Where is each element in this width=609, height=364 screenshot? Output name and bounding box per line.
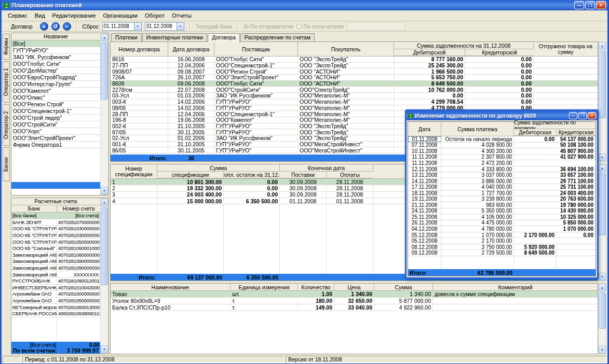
- table-row[interactable]: 19.11.20083 239 800.0020 763 600.00: [408, 196, 596, 202]
- table-row[interactable]: ООО"Глобус Сити": [11, 61, 100, 67]
- chevron-down-icon[interactable]: ▼: [177, 23, 184, 30]
- col-header-comment[interactable]: Комментарий: [433, 284, 598, 291]
- table-row[interactable]: Уголок 90х90х8L=9т.180.0032 650.005 877 …: [111, 298, 598, 304]
- radio-icon[interactable]: [243, 24, 249, 29]
- table-row[interactable]: ООО"ЕвроСтройПодряд": [11, 74, 100, 81]
- table-row[interactable]: РУССТРОЙБАНК40702810900120012891: [11, 278, 100, 285]
- tab-operator-1[interactable]: Оператор 1: [3, 61, 10, 103]
- table-row[interactable]: ООО"СтройСити": [11, 121, 100, 128]
- menu-oborot[interactable]: Оборот: [142, 11, 168, 20]
- radio-receiver[interactable]: По получателю: [296, 23, 344, 30]
- close-icon[interactable]: ✕: [596, 1, 606, 9]
- scroll-thumb[interactable]: [599, 51, 606, 118]
- table-row[interactable]: ООО"ЭлитСтройПроект": [11, 135, 100, 142]
- remove-button[interactable]: −: [63, 22, 71, 31]
- col-header-shipped[interactable]: Отгружено товара на сумму: [534, 42, 598, 57]
- table-row[interactable]: ООО КБ "СТРУКТУРА"40702810300000001209: [11, 232, 100, 239]
- table-row[interactable]: СБЕРБАНК РОССИИ ОА40602810938090115501: [11, 311, 100, 317]
- table-row[interactable]: 09.12.20082 729 500.008 649 500.00: [408, 250, 596, 256]
- date-from-combobox[interactable]: 01.11.2008 ▼: [102, 22, 142, 31]
- menu-otchety[interactable]: Отчеты: [169, 11, 195, 20]
- tab-platezhi[interactable]: Платежи: [111, 33, 142, 41]
- minimize-icon[interactable]: —: [574, 1, 584, 9]
- table-row[interactable]: ГУП"УРиРУО": [11, 47, 100, 54]
- tab-raspredelenie[interactable]: Распределение по счетам: [240, 33, 315, 41]
- add-button[interactable]: +: [40, 22, 48, 31]
- table-row[interactable]: 26.11.20084 475 000.005 850 000.00: [408, 220, 596, 227]
- table-row[interactable]: ООО"Интерстар-Групп": [11, 81, 100, 88]
- reset-button[interactable]: Сброс: [83, 23, 99, 30]
- col-header-spec-sum[interactable]: спецификации: [157, 172, 224, 178]
- tab-operator-2[interactable]: Оператор 2: [3, 104, 10, 146]
- tab-firmy[interactable]: Фирмы: [3, 34, 10, 60]
- col-header-unit[interactable]: Единица измерения: [231, 284, 298, 291]
- table-row[interactable]: Агрохимбанк ОАО40702810000000003977: [11, 291, 100, 298]
- table-row[interactable]: Замоскворецкий АКБ40702810800000004780: [11, 252, 100, 259]
- table-row[interactable]: 0908/0709.08.2007ООО"Регион Строй"ООО "А…: [111, 68, 598, 75]
- scroll-thumb[interactable]: [599, 173, 606, 235]
- specs-scrollbar[interactable]: ▲ ▼: [598, 164, 606, 281]
- empty-selection-row[interactable]: [11, 182, 100, 189]
- table-row[interactable]: 01.11.2008Остаток на начало периода0.005…: [408, 136, 596, 143]
- table-row[interactable]: Агрохимбанк ОАО40702810500000004599: [11, 298, 100, 304]
- table-row[interactable]: 18.11.20081 727 700.0024 003 400.00: [408, 190, 596, 197]
- col-header-supplier[interactable]: Поставщик: [214, 42, 298, 57]
- scroll-up-icon[interactable]: ▲: [599, 42, 606, 50]
- dialog-title-bar[interactable]: Изменение задолженности по договору 8609…: [407, 111, 597, 120]
- date-from-value[interactable]: 01.11.2008: [103, 23, 134, 30]
- table-row[interactable]: 14.11.20083 886 000.0029 771 100.00: [408, 178, 596, 185]
- col-header-contract-date[interactable]: Дата договора: [168, 42, 214, 57]
- scroll-down-icon[interactable]: ▼: [101, 345, 108, 353]
- table-row[interactable]: ООО"ДелМастер": [11, 67, 100, 74]
- tab-banki[interactable]: Банки: [3, 147, 10, 181]
- table-row[interactable]: ЗАО "ИК. Руссфинком": [11, 54, 100, 61]
- scroll-up-icon[interactable]: ▲: [101, 34, 108, 41]
- table-row[interactable]: ООО"Специнжстрой-1": [11, 108, 100, 115]
- scroll-down-icon[interactable]: ▼: [599, 273, 606, 281]
- menu-organizacii[interactable]: Организации: [100, 11, 141, 20]
- maximize-icon[interactable]: ❐: [585, 1, 595, 9]
- table-row[interactable]: 03-Усл01.03.2006ЗАО "ИК Руссфинком"ООО"М…: [111, 93, 598, 99]
- col-header-debit[interactable]: Дебиторской: [394, 49, 465, 56]
- table-row[interactable]: Замоскворецкий АКБХХХХХХХХ: [11, 271, 100, 278]
- table-row[interactable]: 12.11.20084 333 800.0036 694 100.00: [408, 166, 596, 173]
- table-row[interactable]: ООО"Регион Строй": [11, 101, 100, 108]
- col-header-date[interactable]: Дата: [408, 122, 441, 136]
- menu-redaktirovanie[interactable]: Редактирование: [49, 11, 99, 20]
- table-row[interactable]: Фирма Оператора1: [11, 142, 100, 148]
- table-row[interactable]: ООО"Хорс": [11, 128, 100, 135]
- table-row[interactable]: 21.11.2008983 600.0019 780 000.00: [408, 202, 596, 208]
- scroll-thumb[interactable]: [599, 292, 606, 329]
- dialog-close-icon[interactable]: ✕: [588, 112, 596, 119]
- table-row[interactable]: БАНК ЗЕНИТ40702810700000007605: [11, 219, 100, 226]
- table-row[interactable]: 25.11.20084 105 000.0010 325 000.00: [408, 214, 596, 220]
- menu-servis[interactable]: Сервис: [5, 11, 31, 20]
- table-row[interactable]: Замоскворецкий АКБ40702810900000004402: [11, 265, 100, 272]
- table-row[interactable]: 2278/см22.07.2008ООО"СтройСити"ООО"Спект…: [111, 87, 598, 93]
- date-to-combobox[interactable]: 31.12.2008 ▼: [145, 22, 184, 31]
- scroll-up-icon[interactable]: ▲: [599, 284, 606, 291]
- scroll-down-icon[interactable]: ▼: [599, 346, 606, 354]
- table-row[interactable]: 08.12.20083 750 000.005 920 000.00: [408, 244, 596, 250]
- table-row[interactable]: ООО"Строй лидер": [11, 115, 100, 121]
- dialog-minimize-icon[interactable]: —: [569, 112, 577, 119]
- table-row[interactable]: ИНВЕСТСБЕРБАНК40702810100430000133: [11, 285, 100, 291]
- table-row[interactable]: ООО КБ "СТРУКТУРА"40702810500000001096: [11, 239, 100, 245]
- table-row[interactable]: 05.12.20081 070 000.002 170 000.000.00: [408, 232, 596, 239]
- scroll-thumb[interactable]: [101, 207, 108, 285]
- col-header-contract-number[interactable]: Номер договора: [111, 42, 168, 57]
- table-row[interactable]: 11.11.20082 472 200.00: [408, 160, 596, 166]
- tab-inventarnye-platezhi[interactable]: Инвентарные платежи: [142, 33, 208, 41]
- scroll-down-icon[interactable]: ▼: [599, 153, 606, 161]
- table-row[interactable]: 24.11.20085 350 000.0014 430 000.00: [408, 208, 596, 215]
- tab-dogovora[interactable]: Договора: [208, 33, 240, 42]
- table-row[interactable]: ООО"Оликс": [11, 94, 100, 101]
- table-row[interactable]: 726А26.10.2007ООО"ЭлитСтройПроект"ООО "А…: [111, 75, 598, 81]
- table-row[interactable]: ООО"Камелот": [11, 88, 100, 94]
- col-header-unpaid-rest[interactable]: неопл. остаток на 31.12.08: [224, 172, 280, 178]
- table-row[interactable]: [Все]: [11, 40, 100, 47]
- col-header-buyer[interactable]: Покупатель: [298, 42, 394, 57]
- table-row[interactable]: КБ"Северный морской40702810600130000002: [11, 304, 100, 311]
- scroll-up-icon[interactable]: ▲: [101, 199, 108, 206]
- table-row[interactable]: 860909.06.2008ООО"Глобус Сити"ООО "АСТОН…: [111, 81, 598, 87]
